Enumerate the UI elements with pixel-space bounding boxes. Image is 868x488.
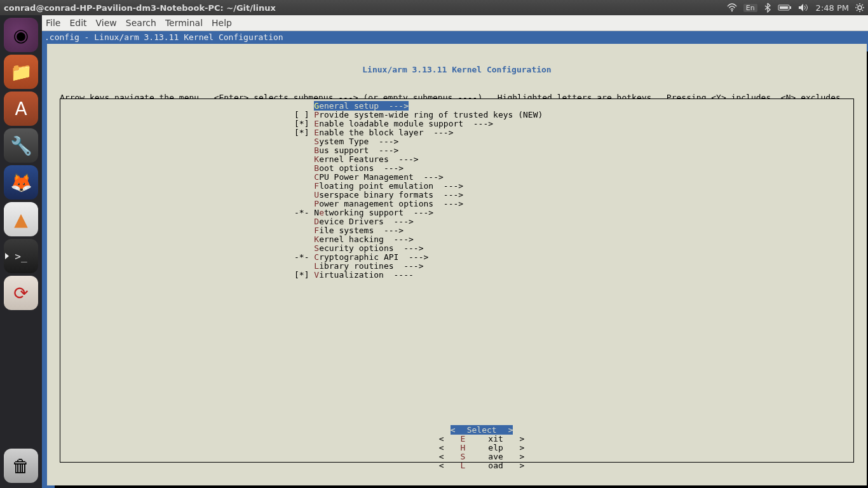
menu-item[interactable]: Library routines --->: [294, 262, 853, 271]
menu-edit[interactable]: Edit: [69, 18, 86, 28]
files-icon[interactable]: 📁: [4, 55, 38, 89]
terminal-icon[interactable]: >_: [4, 239, 38, 273]
svg-line-12: [862, 4, 864, 6]
menu-item[interactable]: Kernel hacking --->: [294, 235, 853, 244]
help-button[interactable]: < Help >: [439, 443, 525, 452]
settings-icon[interactable]: 🔧: [4, 128, 38, 163]
menu-item[interactable]: -*- Networking support --->: [294, 208, 853, 217]
menu-item[interactable]: General setup --->: [294, 102, 853, 111]
svg-line-9: [857, 4, 858, 6]
vlc-icon[interactable]: ▲: [4, 202, 38, 236]
dash-icon[interactable]: ◉: [4, 18, 38, 52]
menu-item[interactable]: Userspace binary formats --->: [294, 191, 853, 200]
config-header: Linux/arm 3.13.11 Kernel Configuration: [47, 62, 867, 74]
menu-help[interactable]: Help: [212, 18, 232, 28]
input-method-indicator[interactable]: En: [743, 4, 757, 12]
svg-line-10: [862, 10, 864, 11]
unity-launcher: ◉ 📁 A 🔧 🦊 ▲ >_ ⟳ 🗑: [0, 15, 42, 488]
terminal-window: .config - Linux/arm 3.13.11 Kernel Confi…: [42, 31, 868, 488]
svg-line-11: [857, 10, 858, 11]
menu-item[interactable]: [*] Virtualization ----: [294, 271, 853, 280]
wifi-icon[interactable]: [727, 3, 737, 13]
select-button[interactable]: <Select>: [451, 425, 513, 435]
menu-file[interactable]: File: [46, 18, 60, 28]
menu-item[interactable]: Bus support --->: [294, 146, 853, 155]
document-viewer-icon[interactable]: ⟳: [4, 276, 38, 310]
bottom-buttons: <Select> < Exit > < Help > < Save > < Lo…: [47, 417, 867, 479]
software-center-icon[interactable]: A: [4, 92, 38, 126]
menu-item[interactable]: System Type --->: [294, 137, 853, 146]
window-title: conrad@conrad-HP-Pavilion-dm3-Notebook-P…: [4, 3, 276, 13]
battery-icon[interactable]: [778, 4, 792, 11]
terminal-menubar: File Edit View Search Terminal Help: [42, 15, 868, 31]
menu-item[interactable]: Device Drivers --->: [294, 217, 853, 226]
menu-item[interactable]: Security options --->: [294, 244, 853, 253]
term-title: .config - Linux/arm 3.13.11 Kernel Confi…: [42, 31, 868, 43]
menu-item[interactable]: Floating point emulation --->: [294, 182, 853, 191]
menu-item[interactable]: [*] Enable loadable module support --->: [294, 119, 853, 128]
menu-item[interactable]: Power management options --->: [294, 200, 853, 208]
menu-item[interactable]: -*- Cryptographic API --->: [294, 253, 853, 262]
svg-point-0: [731, 10, 732, 11]
menu-item[interactable]: Kernel Features --->: [294, 155, 853, 164]
svg-rect-3: [780, 6, 788, 9]
top-panel: conrad@conrad-HP-Pavilion-dm3-Notebook-P…: [0, 0, 868, 15]
firefox-icon[interactable]: 🦊: [4, 165, 38, 200]
menu-item[interactable]: CPU Power Management --->: [294, 173, 853, 182]
menu-list[interactable]: General setup --->[ ] Provide system-wid…: [60, 102, 853, 280]
svg-rect-2: [790, 6, 791, 9]
menu-item[interactable]: Boot options --->: [294, 164, 853, 173]
menu-view[interactable]: View: [96, 18, 117, 28]
svg-point-4: [858, 6, 862, 10]
save-button[interactable]: < Save >: [439, 452, 525, 461]
volume-icon[interactable]: [798, 3, 810, 12]
gear-icon[interactable]: [855, 3, 864, 12]
bluetooth-icon[interactable]: [764, 3, 771, 13]
menu-terminal[interactable]: Terminal: [165, 18, 203, 28]
trash-icon[interactable]: 🗑: [4, 449, 38, 483]
menu-box: General setup --->[ ] Provide system-wid…: [60, 98, 854, 463]
clock[interactable]: 2:48 PM: [816, 3, 849, 13]
load-button[interactable]: < Load >: [439, 461, 525, 470]
menu-search[interactable]: Search: [126, 18, 156, 28]
exit-button[interactable]: < Exit >: [439, 434, 525, 444]
menu-item[interactable]: [ ] Provide system-wide ring of trusted …: [294, 111, 853, 119]
menu-item[interactable]: File systems --->: [294, 226, 853, 235]
menu-item[interactable]: [*] Enable the block layer --->: [294, 128, 853, 137]
